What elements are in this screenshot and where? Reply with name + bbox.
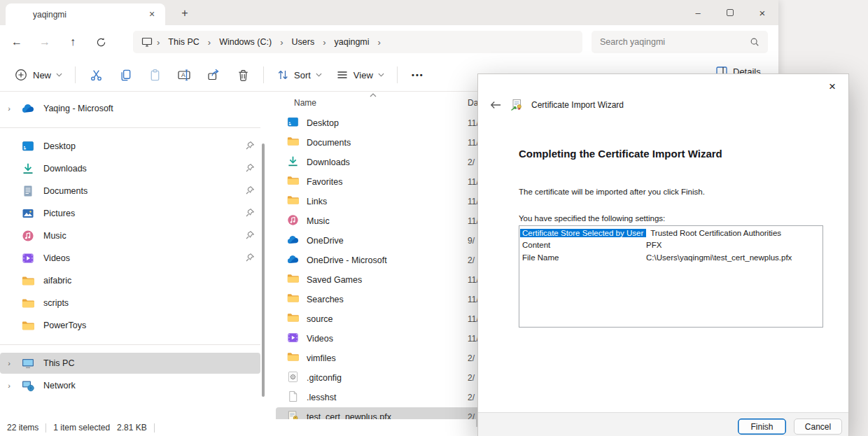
file-date-modified: 9/ [468, 236, 475, 246]
file-date-modified: 2/ [468, 157, 475, 167]
sidebar-item-pictures[interactable]: Pictures [0, 203, 260, 224]
pin-icon [246, 185, 254, 197]
refresh-button[interactable] [87, 31, 115, 53]
download-icon [21, 162, 35, 176]
sidebar-item-label: This PC [43, 358, 260, 368]
explorer-tab-yaqingmi[interactable]: yaqingmi × [6, 3, 165, 25]
share-button[interactable] [199, 63, 228, 87]
file-row-documents[interactable]: Documents11/ [276, 133, 483, 153]
sidebar-item-label: aifabric [43, 276, 260, 286]
forward-button[interactable]: → [31, 31, 59, 53]
sidebar-item-videos[interactable]: Videos [0, 248, 260, 269]
new-button[interactable]: New [7, 63, 69, 87]
sidebar-item-aifabric[interactable]: aifabric [0, 270, 260, 291]
sort-button[interactable]: Sort [270, 64, 329, 86]
folder-icon [287, 195, 299, 208]
onedrive-icon [287, 234, 299, 247]
sidebar-item-this-pc[interactable]: ›This PC [0, 353, 260, 374]
sidebar-item-yaqing-microsoft[interactable]: ›Yaqing - Microsoft [0, 98, 260, 119]
svg-text:A: A [181, 71, 186, 78]
this-pc-icon[interactable] [140, 35, 154, 49]
back-button[interactable]: ← [3, 31, 31, 53]
close-button[interactable]: × [746, 2, 778, 23]
toolbar-divider [397, 66, 398, 83]
sort-icon [276, 69, 289, 81]
file-name: vimfiles [307, 353, 336, 363]
file-row-music[interactable]: Music11/ [276, 211, 483, 231]
search-input[interactable]: Search yaqingmi [600, 37, 750, 47]
expand-chevron-icon[interactable]: › [0, 359, 18, 367]
file-name: OneDrive [307, 236, 344, 246]
sidebar-item-music[interactable]: Music [0, 225, 260, 246]
sidebar-separator [0, 344, 260, 345]
finish-button[interactable]: Finish [738, 419, 786, 435]
expand-chevron-icon[interactable]: › [0, 104, 18, 113]
tab-close-icon[interactable]: × [146, 8, 158, 21]
screen: yaqingmi × + – × ← → ↑ [0, 0, 868, 436]
sidebar-item-desktop[interactable]: Desktop [0, 136, 260, 157]
chevron-right-icon: › [206, 37, 212, 48]
paste-button[interactable] [140, 64, 169, 87]
cancel-button[interactable]: Cancel [794, 419, 842, 435]
minimize-button[interactable]: – [682, 2, 714, 23]
pin-icon [239, 207, 260, 220]
sidebar-item-network[interactable]: ›Network [0, 375, 260, 396]
name-column-header[interactable]: Name [294, 98, 316, 108]
file-row-videos[interactable]: Videos11/ [276, 329, 483, 349]
sidebar-item-label: Network [43, 381, 260, 391]
up-button[interactable]: ↑ [59, 31, 87, 53]
dialog-back-button[interactable] [486, 97, 505, 113]
file-row--gitconfig[interactable]: .gitconfig2/ [276, 368, 483, 388]
folder-icon [21, 274, 35, 288]
file-row-onedrive-microsoft[interactable]: OneDrive - Microsoft2/ [276, 251, 483, 270]
file-row--lesshst[interactable]: .lesshst2/ [276, 388, 483, 407]
sidebar-scrollbar[interactable] [262, 143, 265, 397]
new-tab-button[interactable]: + [176, 6, 193, 22]
pin-icon [246, 252, 254, 265]
settings-table[interactable]: Certificate Store Selected by UserTruste… [519, 225, 823, 328]
file-row-source[interactable]: source11/ [276, 309, 483, 329]
breadcrumb-item-yaqingmi[interactable]: yaqingmi [329, 35, 375, 49]
file-name: Desktop [307, 118, 339, 128]
setting-row[interactable]: Certificate Store Selected by UserTruste… [520, 227, 822, 239]
file-row-saved-games[interactable]: Saved Games11/ [276, 270, 483, 290]
view-button[interactable]: View [329, 64, 391, 86]
dialog-close-button[interactable]: × [823, 78, 841, 95]
expand-chevron-icon[interactable]: › [0, 381, 18, 390]
setting-row[interactable]: File NameC:\Users\yaqingmi\test_cert_new… [520, 251, 822, 264]
file-row-searches[interactable]: Searches11/ [276, 290, 483, 309]
sidebar-item-documents[interactable]: Documents [0, 181, 260, 202]
pin-icon [239, 230, 260, 242]
file-name: .gitconfig [307, 373, 342, 383]
file-row-downloads[interactable]: Downloads2/ [276, 153, 483, 172]
sidebar-item-scripts[interactable]: scripts [0, 293, 260, 314]
breadcrumb-item-windows-c-[interactable]: Windows (C:) [214, 35, 277, 49]
pin-icon [239, 185, 260, 197]
copy-button[interactable] [111, 64, 140, 87]
pin-icon [239, 140, 260, 153]
sidebar-item-powertoys[interactable]: PowerToys [0, 315, 260, 336]
cut-button[interactable] [81, 64, 111, 87]
chevron-down-icon [316, 73, 322, 77]
rename-button[interactable]: A [169, 63, 199, 87]
search-box[interactable]: Search yaqingmi [592, 31, 768, 53]
folder-icon [21, 318, 35, 332]
file-row-favorites[interactable]: Favorites11/ [276, 172, 483, 192]
more-options-button[interactable]: ••• [403, 66, 433, 84]
file-row-onedrive[interactable]: OneDrive9/ [276, 231, 483, 251]
file-row-links[interactable]: Links11/ [276, 192, 483, 211]
file-row-desktop[interactable]: Desktop11/ [276, 113, 483, 133]
selection-count: 1 item selected [53, 423, 110, 433]
folder-icon [21, 296, 35, 310]
file-row-vimfiles[interactable]: vimfiles2/ [276, 349, 483, 368]
delete-button[interactable] [228, 64, 258, 87]
breadcrumb-item-this-pc[interactable]: This PC [162, 35, 204, 49]
setting-row[interactable]: ContentPFX [520, 239, 822, 252]
file-name: Links [307, 197, 327, 206]
chevron-right-icon: › [377, 37, 382, 48]
setting-key: Content [520, 241, 646, 249]
sidebar-item-downloads[interactable]: Downloads [0, 158, 260, 179]
sidebar-item-label: scripts [43, 298, 260, 308]
breadcrumb-item-users[interactable]: Users [286, 35, 321, 49]
maximize-button[interactable] [714, 2, 746, 23]
